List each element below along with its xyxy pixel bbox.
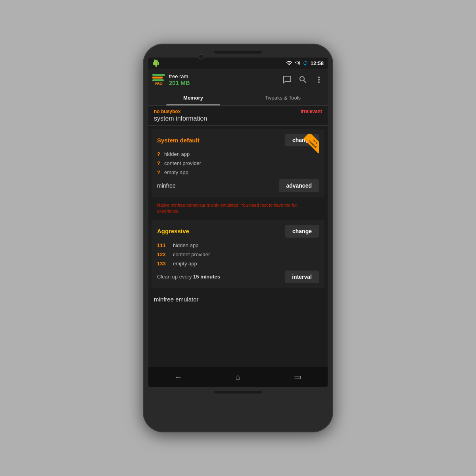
header-actions (282, 75, 324, 84)
minfree-emulator-label: minfree emulator (148, 291, 328, 307)
system-default-title: System default (157, 137, 200, 144)
interval-button[interactable]: interval (285, 271, 319, 283)
advanced-button[interactable]: advanced (279, 179, 319, 192)
badge-busybox: no busybox (154, 109, 180, 114)
root-needed-ribbon (295, 134, 319, 157)
phone-screen: 12:58 PRO free ram 201 MB (148, 58, 328, 387)
item-label-3: empty app (164, 169, 188, 175)
system-info-header: no busybox irrelevant system information (148, 106, 328, 126)
item-value-1: ? (157, 151, 160, 157)
tab-tweaks[interactable]: Tweaks & Tools (238, 91, 328, 105)
phone-speaker-top (214, 51, 262, 54)
app-title: free ram (169, 73, 282, 79)
wifi-icon (286, 60, 292, 66)
chat-icon[interactable] (282, 75, 292, 84)
section-title: system information (154, 115, 322, 122)
system-default-card: System default change ? hidden app ? con… (152, 129, 324, 197)
aggressive-label-2: content provider (173, 251, 210, 257)
status-right: 12:58 (286, 60, 324, 66)
system-default-footer: minfree advanced (157, 179, 319, 192)
aggressive-item-2: 122 content provider (157, 251, 319, 257)
cleanup-prefix: Clean up every (157, 274, 193, 280)
system-default-item-2: ? content provider (157, 160, 319, 166)
item-value-2: ? (157, 160, 160, 166)
aggressive-label-1: hidden app (173, 242, 198, 248)
aggressive-item-3: 133 empty app (157, 261, 319, 267)
cleanup-interval: 15 minutes (193, 274, 220, 280)
nav-back-button[interactable]: ← (168, 369, 188, 385)
signal-icon (295, 60, 300, 66)
app-header: PRO free ram 201 MB (148, 69, 328, 91)
aggressive-value-1: 111 (157, 242, 169, 248)
search-tool-icon[interactable] (298, 75, 308, 84)
section-badges: no busybox irrelevant (154, 109, 322, 114)
app-title-area: free ram 201 MB (169, 73, 282, 86)
phone-speaker-bottom (214, 391, 262, 393)
tabs: Memory Tweaks & Tools (148, 91, 328, 106)
status-bar: 12:58 (148, 58, 328, 69)
aggressive-header: Aggressive change (157, 225, 319, 238)
sync-icon (303, 60, 308, 66)
free-ram-value: 201 MB (169, 79, 282, 86)
tab-memory[interactable]: Memory (148, 91, 238, 105)
content-area: no busybox irrelevant system information… (148, 106, 328, 367)
system-default-item-1: ? hidden app (157, 151, 319, 157)
nav-bar: ← ⌂ ▭ (148, 367, 328, 387)
aggressive-title: Aggressive (157, 228, 189, 234)
phone-frame: 12:58 PRO free ram 201 MB (143, 44, 333, 432)
cleanup-row: Clean up every 15 minutes interval (157, 271, 319, 283)
nav-recents-button[interactable]: ▭ (288, 369, 308, 385)
aggressive-value-2: 122 (157, 251, 169, 257)
status-time: 12:58 (311, 60, 324, 66)
app-logo: PRO (152, 74, 165, 86)
item-label-1: hidden app (164, 151, 190, 157)
cleanup-text: Clean up every 15 minutes (157, 274, 220, 280)
android-icon (152, 60, 159, 67)
minfree-label: minfree (157, 182, 176, 189)
aggressive-value-3: 133 (157, 261, 169, 267)
badge-irrelevant: irrelevant (301, 109, 322, 114)
status-left (152, 60, 159, 67)
aggressive-label-3: empty app (173, 261, 197, 267)
item-label-2: content provider (164, 160, 201, 166)
system-default-header: System default change (157, 134, 319, 146)
aggressive-item-1: 111 hidden app (157, 242, 319, 248)
nav-home-button[interactable]: ⌂ (228, 369, 248, 385)
item-value-3: ? (157, 169, 160, 175)
minfree-warning: Native minfree behaviour is only emulate… (152, 200, 324, 217)
aggressive-change-button[interactable]: change (285, 225, 319, 238)
aggressive-card: Aggressive change 111 hidden app 122 con… (152, 220, 324, 288)
phone-camera (198, 54, 204, 60)
system-default-item-3: ? empty app (157, 169, 319, 175)
more-options-icon[interactable] (314, 75, 324, 84)
pro-label: PRO (155, 82, 163, 86)
